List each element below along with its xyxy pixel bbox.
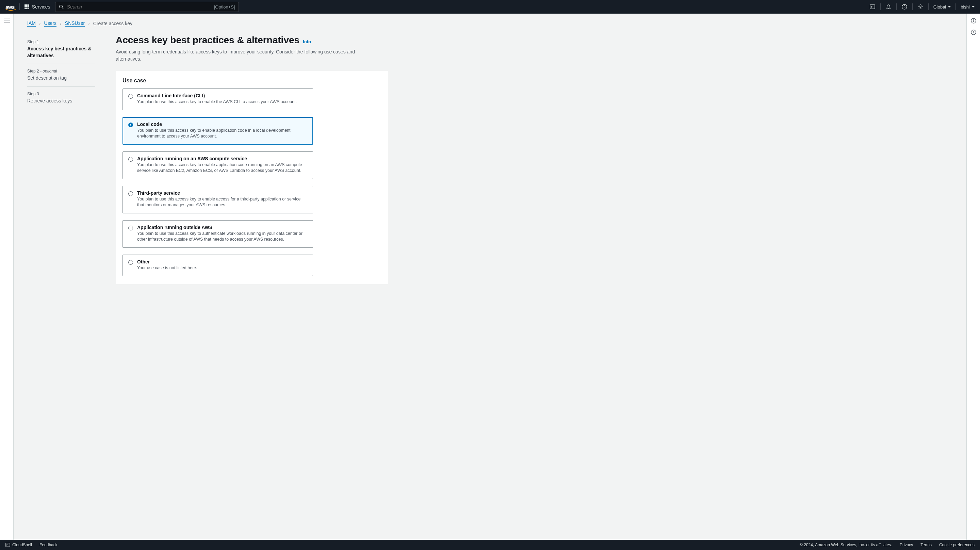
- svg-text:?: ?: [904, 5, 905, 9]
- svg-point-8: [973, 19, 974, 20]
- copyright: © 2024, Amazon Web Services, Inc. or its…: [800, 542, 892, 547]
- aws-smile-icon: [5, 8, 16, 11]
- svg-point-0: [59, 5, 62, 8]
- separator: [928, 3, 929, 10]
- use-case-outside-aws[interactable]: Application running outside AWS You plan…: [123, 220, 313, 248]
- step-title: Retrieve access keys: [27, 98, 95, 105]
- breadcrumb: IAM › Users › SNSUser › Create access ke…: [27, 21, 953, 27]
- panel-heading: Use case: [123, 78, 381, 84]
- step-label: Step 3: [27, 92, 39, 96]
- services-grid-icon: [24, 5, 29, 9]
- region-selector[interactable]: Global: [933, 5, 951, 10]
- radio-title: Other: [137, 259, 307, 265]
- clock-icon[interactable]: [970, 29, 977, 35]
- svg-line-1: [62, 8, 63, 9]
- hamburger-icon[interactable]: [4, 18, 10, 22]
- radio-icon: [128, 226, 133, 230]
- radio-icon: [128, 94, 133, 99]
- radio-desc: You plan to use this access key to enabl…: [137, 99, 307, 105]
- shell: IAM › Users › SNSUser › Create access ke…: [0, 14, 980, 540]
- aws-logo[interactable]: aws: [5, 4, 14, 10]
- radio-desc: You plan to use this access key to authe…: [137, 231, 307, 243]
- notifications-icon[interactable]: [885, 4, 891, 10]
- left-rail: [0, 14, 14, 540]
- top-nav: aws Services [Option+S] ? Global bishi: [0, 0, 980, 14]
- cookie-prefs-link[interactable]: Cookie preferences: [939, 542, 975, 547]
- radio-title: Application running outside AWS: [137, 225, 307, 230]
- cloudshell-link[interactable]: CloudShell: [5, 542, 32, 547]
- separator: [880, 3, 881, 10]
- page-title: Access key best practices & alternatives: [116, 35, 299, 46]
- step-title: Access key best practices & alternatives: [27, 46, 95, 59]
- caret-down-icon: [972, 6, 975, 8]
- use-case-other[interactable]: Other Your use case is not listed here.: [123, 255, 313, 276]
- page-subtitle: Avoid using long-term credentials like a…: [116, 48, 361, 63]
- search-hint: [Option+S]: [214, 5, 235, 10]
- main-content: IAM › Users › SNSUser › Create access ke…: [14, 14, 966, 540]
- svg-point-3: [888, 8, 889, 9]
- separator: [912, 3, 913, 10]
- wizard-step-2[interactable]: Step 2 - optional Set description tag: [27, 64, 95, 87]
- use-case-local-code[interactable]: Local code You plan to use this access k…: [123, 117, 313, 145]
- feedback-link[interactable]: Feedback: [40, 542, 57, 547]
- chevron-right-icon: ›: [39, 21, 41, 26]
- settings-icon[interactable]: [917, 4, 924, 10]
- footer: CloudShell Feedback © 2024, Amazon Web S…: [0, 540, 980, 550]
- chevron-right-icon: ›: [60, 21, 62, 26]
- services-label: Services: [32, 4, 50, 10]
- services-button[interactable]: Services: [24, 4, 50, 10]
- svg-rect-9: [973, 21, 974, 22]
- radio-icon: [128, 191, 133, 196]
- breadcrumb-snsuser[interactable]: SNSUser: [65, 21, 85, 27]
- breadcrumb-iam[interactable]: IAM: [27, 21, 36, 27]
- region-label: Global: [933, 5, 946, 10]
- search-input[interactable]: [67, 4, 211, 10]
- search-icon: [59, 5, 64, 9]
- account-label: bishi: [961, 5, 970, 10]
- svg-point-6: [920, 6, 921, 8]
- wizard-steps: Step 1 Access key best practices & alter…: [27, 35, 95, 284]
- chevron-right-icon: ›: [88, 21, 90, 26]
- step-title: Set description tag: [27, 75, 95, 82]
- use-case-panel: Use case Command Line Interface (CLI) Yo…: [116, 71, 388, 284]
- cloudshell-icon[interactable]: [869, 4, 875, 10]
- radio-icon: [128, 123, 133, 127]
- radio-desc: You plan to use this access key to enabl…: [137, 162, 307, 174]
- info-panel-icon[interactable]: [970, 18, 977, 24]
- use-case-aws-compute[interactable]: Application running on an AWS compute se…: [123, 151, 313, 179]
- cloudshell-icon: [5, 542, 10, 547]
- breadcrumb-users[interactable]: Users: [44, 21, 57, 27]
- radio-title: Command Line Interface (CLI): [137, 93, 307, 98]
- separator: [896, 3, 897, 10]
- radio-icon: [128, 157, 133, 162]
- terms-link[interactable]: Terms: [920, 542, 932, 547]
- info-link[interactable]: Info: [303, 39, 311, 44]
- separator: [19, 3, 20, 10]
- radio-desc: You plan to use this access key to enabl…: [137, 128, 307, 140]
- account-selector[interactable]: bishi: [961, 5, 975, 10]
- privacy-link[interactable]: Privacy: [900, 542, 913, 547]
- step-label: Step 2: [27, 69, 39, 73]
- step-label: Step 1: [27, 40, 39, 44]
- help-icon[interactable]: ?: [901, 4, 907, 10]
- step-optional: - optional: [39, 69, 57, 73]
- caret-down-icon: [948, 6, 951, 8]
- breadcrumb-current: Create access key: [93, 21, 132, 26]
- search-input-wrap[interactable]: [Option+S]: [55, 2, 239, 12]
- radio-title: Application running on an AWS compute se…: [137, 156, 307, 161]
- use-case-third-party[interactable]: Third-party service You plan to use this…: [123, 186, 313, 214]
- radio-title: Local code: [137, 121, 307, 127]
- cloudshell-label: CloudShell: [12, 542, 32, 547]
- use-case-cli[interactable]: Command Line Interface (CLI) You plan to…: [123, 88, 313, 110]
- wizard-step-1[interactable]: Step 1 Access key best practices & alter…: [27, 35, 95, 64]
- wizard-step-3[interactable]: Step 3 Retrieve access keys: [27, 87, 95, 109]
- radio-icon: [128, 260, 133, 265]
- main-column: Access key best practices & alternatives…: [116, 35, 388, 284]
- radio-desc: Your use case is not listed here.: [137, 265, 307, 271]
- right-rail: [966, 14, 980, 540]
- radio-title: Third-party service: [137, 190, 307, 196]
- radio-desc: You plan to use this access key to enabl…: [137, 196, 307, 208]
